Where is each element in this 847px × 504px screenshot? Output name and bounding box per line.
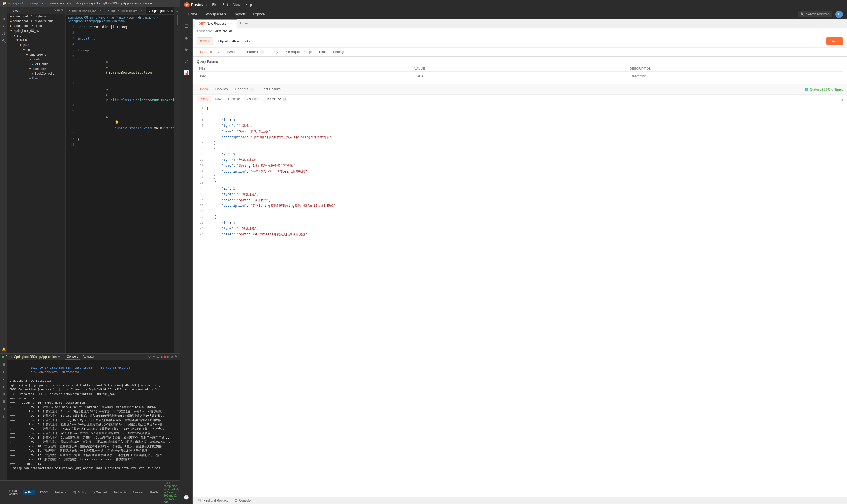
right-icon[interactable]: ▲	[175, 8, 179, 13]
tab-todo[interactable]: TODO	[38, 490, 50, 495]
run-left-icon[interactable]: ⊡	[1, 406, 7, 412]
run-left-icon[interactable]: ⊞	[1, 391, 7, 397]
run-left-icon[interactable]: ⊞	[1, 361, 7, 368]
project-view-icon[interactable]: ☰	[1, 8, 7, 15]
run-left-icon[interactable]: ▲	[1, 376, 7, 382]
method-selector[interactable]: GET ▾	[197, 37, 213, 45]
nav-workspaces[interactable]: Workspaces ▾	[201, 10, 230, 19]
tab-close-icon[interactable]: ✕	[171, 10, 173, 13]
run-icon[interactable]: ⊠	[171, 355, 173, 359]
tree-settings-icon[interactable]: ⚙	[60, 9, 63, 12]
tab-ibookservice[interactable]: ● IBookService.java ✕	[66, 7, 105, 14]
find-replace-button[interactable]: 🔍 Find and Replace	[197, 498, 230, 503]
sidebar-monitor-icon[interactable]: 📊	[182, 68, 191, 77]
param-value-input[interactable]	[414, 73, 625, 79]
tab-close-icon[interactable]: ✕	[231, 22, 233, 25]
url-input[interactable]	[215, 37, 824, 45]
right-icon[interactable]: ▼	[175, 27, 179, 32]
resp-filter-icon[interactable]: ⊟	[283, 97, 286, 101]
menu-edit[interactable]: Edit	[221, 2, 229, 7]
tab-console[interactable]: Console	[65, 354, 80, 360]
tree-item-src[interactable]: ▼ src	[7, 33, 66, 38]
tree-item-com[interactable]: ▼ com	[7, 48, 66, 52]
fmt-visualize[interactable]: Visualize	[244, 96, 262, 102]
tab-bookcontroller[interactable]: ● BookController.java ✕	[105, 7, 146, 14]
tab-problems[interactable]: Problems	[52, 490, 69, 495]
fmt-raw[interactable]: Raw	[212, 96, 224, 102]
run-close-icon[interactable]: ✕	[58, 355, 60, 359]
resp-copy-icon[interactable]: ⎘	[841, 97, 843, 101]
param-desc-cell[interactable]	[628, 72, 843, 81]
tab-version-control[interactable]: ⎇ Version Control	[2, 488, 21, 496]
tree-item-bookcontroller[interactable]: ● BookController	[7, 71, 66, 76]
tab-springboot08application[interactable]: ● Springboot0 ✕	[146, 7, 175, 14]
run-toolbar-icon[interactable]: ⟳	[148, 355, 151, 359]
tree-item-springboot06[interactable]: ▶ springboot_06_mybatis_plus	[7, 19, 66, 23]
option-params[interactable]: Params	[197, 48, 215, 56]
tree-item-config[interactable]: ▼ config	[7, 57, 66, 62]
tab-run[interactable]: ▶ Run	[23, 490, 35, 495]
tree-item-controller[interactable]: ▼ controller	[7, 67, 66, 71]
option-settings[interactable]: Settings	[330, 48, 348, 56]
build-icon[interactable]: 🔨	[1, 38, 7, 44]
tree-item-springboot05[interactable]: ▶ springboot_05_mybatis	[7, 14, 66, 19]
run-left-icon[interactable]: ▼	[1, 369, 7, 375]
run-icon[interactable]: ⊞	[167, 355, 170, 359]
tree-item-dao[interactable]: ▶ Dao...	[7, 76, 66, 81]
run-toolbar-icon[interactable]: ▲	[157, 355, 160, 359]
run-left-icon[interactable]: ⊠	[1, 398, 7, 405]
menu-help[interactable]: Help	[244, 2, 253, 7]
tab-more-icon[interactable]: ···	[244, 21, 249, 26]
option-body[interactable]: Body	[267, 48, 281, 56]
run-left-icon[interactable]: 🗑	[1, 413, 7, 419]
param-desc-input[interactable]	[630, 73, 841, 79]
resp-tab-headers[interactable]: Headers 5	[232, 86, 257, 93]
menu-view[interactable]: View	[232, 2, 241, 7]
resp-tab-body[interactable]: Body	[197, 86, 211, 93]
tab-close-icon[interactable]: ✕	[99, 9, 101, 12]
run-left-icon[interactable]: ●	[1, 383, 7, 390]
structure-icon[interactable]: ⊞	[1, 16, 7, 22]
tab-profiler[interactable]: Profiler	[148, 490, 161, 495]
option-pre-request-script[interactable]: Pre-request Script	[281, 48, 316, 56]
tab-close-icon[interactable]: ✕	[140, 9, 142, 12]
tree-item-springboot08[interactable]: ▼ springboot_08_ssmp	[7, 28, 66, 33]
param-key-cell[interactable]	[197, 72, 412, 81]
tab-endpoints[interactable]: Endpoints	[111, 490, 128, 495]
run-play-icon[interactable]: ▶	[161, 355, 163, 359]
request-tab-new[interactable]: GET New Request ● ✕	[195, 19, 237, 28]
param-value-cell[interactable]	[412, 72, 627, 81]
tab-services[interactable]: Services	[130, 490, 146, 495]
sidebar-api-icon[interactable]: ◈	[182, 33, 191, 42]
nav-home[interactable]: Home	[184, 10, 201, 19]
resp-tab-cookies[interactable]: Cookies	[212, 86, 231, 93]
option-headers[interactable]: Headers 7	[242, 48, 267, 56]
tree-item-main[interactable]: ▼ main	[7, 38, 66, 42]
run-toolbar-icon[interactable]: ▼	[152, 355, 155, 359]
sidebar-collections-icon[interactable]: ☰	[182, 21, 191, 31]
favorites-icon[interactable]: ★	[1, 23, 7, 30]
param-key-input[interactable]	[199, 73, 410, 79]
tab-spring[interactable]: 🌿 Spring	[71, 490, 88, 495]
fmt-preview[interactable]: Preview	[225, 96, 242, 102]
tab-actuator[interactable]: Actuator	[80, 354, 96, 360]
notifications-icon[interactable]: 🔔	[1, 346, 7, 352]
postman-search[interactable]: 🔍 Search Postman	[798, 12, 832, 17]
sidebar-env-icon[interactable]: ⚙	[182, 44, 191, 54]
nav-explore[interactable]: Explore	[249, 10, 268, 19]
run-trash-icon[interactable]: 🗑	[175, 355, 178, 359]
nav-reports[interactable]: Reports	[230, 10, 250, 19]
tab-add-icon[interactable]: +	[237, 21, 244, 26]
tree-item-dingjiaxiong[interactable]: ▼ dingjiaxiong	[7, 52, 66, 57]
tree-item-java[interactable]: ▼ java	[7, 42, 66, 48]
tree-item-mpconfig[interactable]: ● MPConfig	[7, 62, 66, 67]
console-button[interactable]: ⊡ Console	[234, 498, 252, 503]
menu-file[interactable]: File	[211, 2, 218, 7]
version-control-icon[interactable]: ⎇	[1, 31, 7, 37]
tree-collapse-icon[interactable]: ⊟	[57, 9, 59, 12]
resp-tab-test-results[interactable]: Test Results	[258, 86, 284, 93]
option-authorization[interactable]: Authorization	[215, 48, 242, 56]
option-tests[interactable]: Tests	[315, 48, 329, 56]
sidebar-history-icon[interactable]: 🕐	[182, 492, 191, 502]
format-type-select[interactable]: JSON XML HTML	[263, 95, 282, 103]
